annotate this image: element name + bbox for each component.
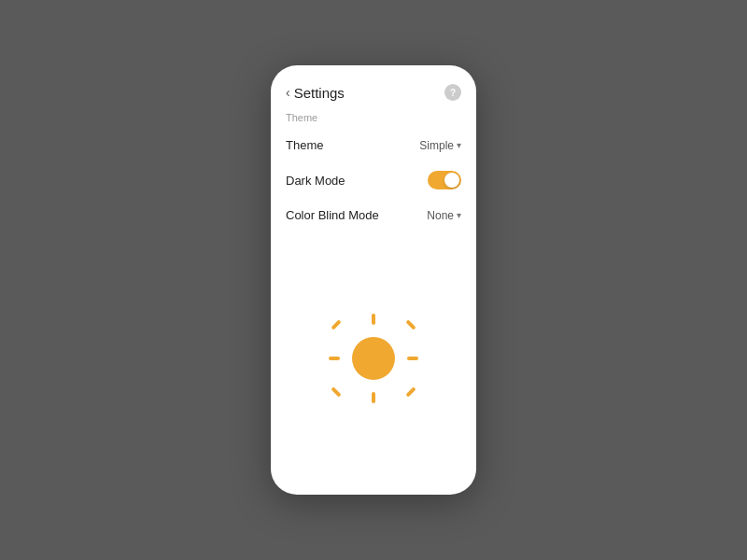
sun-ray-right [407,357,418,360]
settings-list: Theme Simple ▾ Dark Mode Color Blind Mod… [271,129,476,231]
sun-ray-bottom-right [405,386,416,397]
help-button[interactable]: ? [444,84,461,101]
header-left: ‹ Settings [286,85,345,101]
toggle-thumb [444,173,459,188]
color-blind-dropdown[interactable]: None ▾ [427,209,461,222]
color-blind-chevron-icon: ▾ [457,210,461,220]
toggle-track [428,171,461,189]
sun-ray-top-left [331,319,341,329]
dark-mode-row: Dark Mode [271,161,476,199]
theme-dropdown[interactable]: Simple ▾ [419,139,461,152]
theme-label: Theme [286,138,323,152]
sun-ray-bottom-left [331,386,341,397]
sun-ray-top [372,314,375,325]
dark-mode-label: Dark Mode [286,174,345,188]
theme-row: Theme Simple ▾ [271,129,476,161]
settings-header: ‹ Settings ? [271,84,476,112]
sun-core [352,337,395,380]
sun-wrapper [327,312,420,405]
color-blind-mode-label: Color Blind Mode [286,208,379,222]
phone-card: ‹ Settings ? Theme Theme Simple ▾ Dark M… [271,65,476,495]
theme-section-label: Theme [271,112,476,129]
dark-mode-toggle[interactable] [428,171,461,189]
sun-ray-left [329,357,340,360]
page-title: Settings [294,85,345,101]
sun-illustration [271,231,476,467]
theme-value: Simple [419,139,454,152]
sun-ray-bottom [372,392,375,403]
theme-chevron-icon: ▾ [457,140,461,150]
color-blind-mode-row: Color Blind Mode None ▾ [271,199,476,231]
color-blind-value: None [427,209,454,222]
sun-ray-top-right [405,319,416,329]
back-icon[interactable]: ‹ [286,85,290,100]
